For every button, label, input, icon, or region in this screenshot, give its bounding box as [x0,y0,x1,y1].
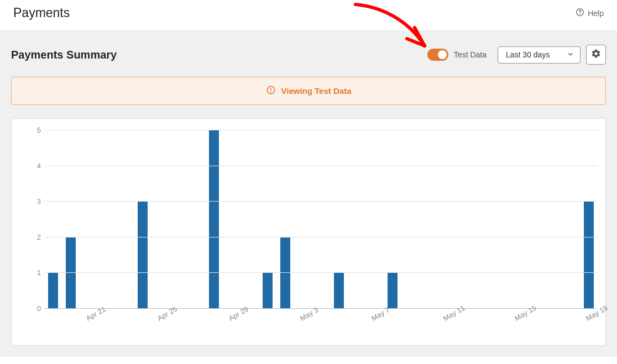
chart-bar-slot [276,130,294,308]
svg-point-1 [579,14,580,14]
bar-chart: 012345 Apr 21Apr 25Apr 29May 3May 7May 1… [44,130,598,334]
chart-panel: 012345 Apr 21Apr 25Apr 29May 3May 7May 1… [11,118,606,346]
chart-gridline [44,272,598,273]
svg-point-4 [270,91,271,92]
chart-bar [209,130,219,308]
chart-bar-slot [80,130,98,308]
chart-gridline [44,201,598,202]
chart-bar-slot [365,130,383,308]
test-data-toggle-wrap: Test Data [427,49,487,61]
chart-bar-slot [205,130,223,308]
chart-y-tick: 1 [29,268,41,277]
test-data-toggle-label: Test Data [454,50,487,59]
chart-bar [138,201,148,308]
help-link[interactable]: Help [576,8,604,18]
test-data-notice: Viewing Test Data [11,77,606,105]
chart-bar-slot [348,130,365,308]
chart-bar-slot [437,130,455,308]
date-range-select[interactable]: Last 30 days [498,46,581,64]
notice-text: Viewing Test Data [281,86,352,96]
chart-y-tick: 2 [29,233,41,241]
chart-bar-slot [455,130,473,308]
alert-icon [266,85,276,97]
chart-bar-slot [580,130,598,308]
chart-bar-slot [330,130,348,308]
chart-bar-slot [509,130,526,308]
chart-bar-slot [133,130,151,308]
gear-icon [591,49,601,61]
chart-gridline [44,166,598,166]
chart-bar-slot [401,130,419,308]
chart-bar-slot [384,130,401,308]
chart-bar-slot [490,130,508,308]
chart-bar [263,272,273,308]
chevron-down-icon [567,50,574,60]
chart-bar-slot [116,130,133,308]
chart-bar [388,272,398,308]
chart-bar-slot [419,130,437,308]
chart-bar-slot [169,130,187,308]
chart-y-tick: 3 [29,197,41,205]
chart-bar-slot [526,130,544,308]
summary-bar: Payments Summary Test Data Last 30 days [11,45,606,65]
chart-gridline [44,130,598,130]
chart-bar-slot [544,130,562,308]
chart-y-tick: 4 [29,161,41,170]
chart-bar-slot [294,130,312,308]
date-range-label: Last 30 days [506,50,550,59]
chart-bar [584,201,594,308]
chart-bar-slot [187,130,205,308]
chart-y-tick: 5 [29,126,41,134]
chart-bar-slot [259,130,276,308]
page-title: Payments [13,6,70,20]
chart-bar-slot [312,130,330,308]
chart-bar [48,272,58,308]
summary-title: Payments Summary [11,49,117,61]
chart-gridline [44,237,598,238]
chart-bar-slot [98,130,116,308]
settings-button[interactable] [586,45,606,65]
chart-bar [334,272,344,308]
chart-bar-slot [473,130,490,308]
chart-bar-slot [62,130,80,308]
help-label: Help [588,9,604,18]
chart-y-tick: 0 [29,304,41,313]
help-icon [576,8,584,18]
chart-bar-slot [151,130,169,308]
test-data-toggle[interactable] [427,49,448,61]
chart-bar-slot [562,130,580,308]
chart-bar-slot [223,130,240,308]
chart-bar-slot [44,130,62,308]
chart-bar-slot [240,130,258,308]
